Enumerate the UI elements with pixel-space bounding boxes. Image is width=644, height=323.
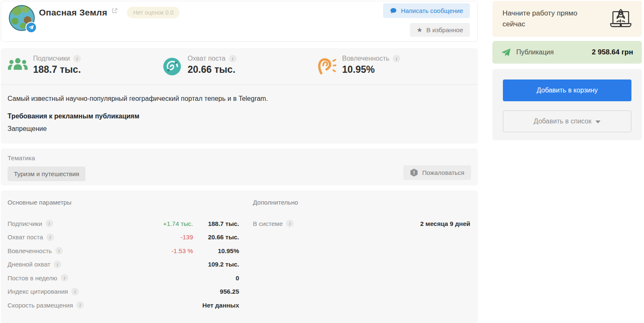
stat-value: 10.95% — [342, 64, 400, 75]
subscribers-icon — [8, 55, 28, 85]
param-label-row: Индекс цитированияi — [8, 288, 79, 295]
telegram-badge-icon — [26, 22, 37, 33]
info-icon[interactable]: i — [229, 55, 237, 62]
param-label: В системе — [253, 220, 283, 227]
ad-requirements-title: Требования к рекламным публикациям — [8, 113, 471, 120]
param-label: Дневной охват — [8, 261, 50, 268]
param-row-subscribers: Подписчикиi +1.74 тыс. 188.7 тыс. — [8, 217, 239, 231]
param-value: 0 — [193, 274, 239, 282]
rocket-laptop-icon — [609, 7, 633, 31]
add-to-cart-button[interactable]: Добавить в корзину — [503, 79, 631, 101]
param-label-row: Постов в неделюi — [8, 274, 68, 282]
promo-text: Начните работу прямо сейчас — [502, 8, 590, 30]
report-button[interactable]: ! Пожаловаться — [403, 165, 471, 180]
param-label-row: Скорость размещенияi — [8, 301, 84, 309]
param-row-posting-speed: Скорость размещенияi Нет данных — [8, 298, 239, 312]
page: Опасная Земля Нет оценок 0.0 Написать со… — [0, 0, 644, 323]
info-icon[interactable]: i — [76, 301, 84, 309]
param-delta: -1.53 % — [171, 247, 193, 254]
report-exclamation-icon: ! — [410, 169, 418, 177]
write-message-button[interactable]: Написать сообщение — [383, 3, 470, 18]
param-value: 2 месяца 9 дней — [420, 220, 470, 227]
stats-row: Подписчики i 188.7 тыс. — [1, 48, 478, 85]
publication-label: Публикация — [516, 49, 554, 56]
info-icon[interactable]: i — [71, 288, 79, 295]
param-row-daily-reach: Дневной охватi 109.2 тыс. — [8, 258, 239, 272]
stat-value: 188.7 тыс. — [33, 64, 81, 75]
channel-header-card: Опасная Земля Нет оценок 0.0 Написать со… — [1, 1, 478, 42]
title-row: Опасная Земля Нет оценок 0.0 — [39, 7, 180, 18]
write-message-label: Написать сообщение — [401, 7, 463, 14]
param-value: 188.7 тыс. — [193, 220, 239, 227]
stat-label: Охват поста — [188, 55, 226, 62]
topic-tag[interactable]: Туризм и путешествия — [8, 167, 85, 181]
info-icon[interactable]: i — [54, 261, 61, 268]
promo-card: Начните работу прямо сейчас — [492, 1, 642, 37]
extra-parameters-title: Дополнительно — [253, 199, 470, 206]
stat-label-row: Подписчики i — [33, 55, 81, 62]
param-row-citation-index: Индекс цитированияi 956.25 — [8, 285, 239, 299]
main-column: Опасная Земля Нет оценок 0.0 Написать со… — [1, 1, 478, 323]
info-icon[interactable]: i — [55, 247, 63, 254]
info-icon[interactable]: i — [393, 55, 400, 62]
param-row-post-reach: Охват постаi -139 20.66 тыс. — [8, 231, 239, 244]
info-icon[interactable]: i — [73, 55, 81, 62]
stat-text: Подписчики i 188.7 тыс. — [33, 55, 81, 85]
rating-badge: Нет оценок 0.0 — [127, 7, 180, 18]
stats-description-card: Подписчики i 188.7 тыс. — [1, 48, 478, 144]
engagement-icon — [317, 55, 337, 85]
paper-plane-icon — [501, 48, 511, 57]
channel-avatar — [9, 5, 36, 32]
chevron-down-icon — [595, 120, 600, 123]
info-icon[interactable]: i — [286, 220, 294, 227]
star-icon: ★ — [417, 27, 422, 33]
info-icon[interactable]: i — [61, 274, 68, 282]
favorite-label: В избранное — [426, 26, 463, 33]
param-label-row: Подписчикиi — [8, 220, 53, 227]
param-label: Подписчики — [8, 220, 42, 227]
publication-price-row: Публикация 2 958.64 грн — [492, 41, 642, 64]
info-icon[interactable]: i — [46, 233, 54, 241]
stat-label: Подписчики — [33, 55, 70, 62]
main-parameters-title: Основные параметры — [8, 199, 239, 206]
topic-section-label: Тематика — [8, 154, 471, 162]
param-label: Постов в неделю — [8, 274, 57, 282]
param-delta: +1.74 тыс. — [163, 220, 193, 227]
stat-value: 20.66 тыс. — [188, 64, 237, 75]
chat-bubble-icon — [390, 7, 397, 14]
param-label: Вовлеченность — [8, 247, 52, 254]
stat-label: Вовлеченность — [342, 55, 389, 62]
param-value: 956.25 — [193, 288, 239, 295]
stat-label-row: Вовлеченность i — [342, 55, 400, 62]
param-label: Индекс цитирования — [8, 288, 68, 295]
stat-label-row: Охват поста i — [188, 55, 237, 62]
param-label: Охват поста — [8, 233, 43, 241]
stat-engagement: Вовлеченность i 10.95% — [317, 55, 471, 85]
stat-subscribers: Подписчики i 188.7 тыс. — [8, 55, 162, 85]
param-label-row: В системеi — [253, 220, 294, 227]
purchase-sidebar: Начните работу прямо сейчас Публикация — [492, 1, 642, 323]
param-label-row: Вовлеченностьi — [8, 247, 63, 254]
description-text: Самый известный научно-популярный геогра… — [8, 95, 471, 103]
favorite-button[interactable]: ★ В избранное — [410, 23, 470, 37]
param-label-row: Охват постаi — [8, 233, 54, 241]
add-to-list-label: Добавить в список — [534, 118, 592, 125]
param-value: 20.66 тыс. — [193, 233, 239, 241]
header-actions: Написать сообщение ★ В избранное — [383, 3, 470, 37]
param-delta: -139 — [180, 233, 193, 241]
param-row-posts-per-week: Постов в неделюi 0 — [8, 271, 239, 285]
param-row-engagement: Вовлеченностьi -1.53 % 10.95% — [8, 244, 239, 258]
parameters-card: Основные параметры Подписчикиi +1.74 тыс… — [1, 190, 478, 323]
param-value: 109.2 тыс. — [193, 261, 239, 268]
ad-requirements-value: Запрещение — [8, 125, 471, 133]
param-label-row: Дневной охватi — [8, 261, 61, 268]
add-to-list-dropdown[interactable]: Добавить в список — [503, 110, 631, 132]
external-link-icon[interactable] — [111, 8, 118, 15]
param-row-in-system: В системеi 2 месяца 9 дней — [253, 217, 470, 231]
info-icon[interactable]: i — [46, 220, 53, 227]
stat-post-reach: Охват поста i 20.66 тыс. — [162, 55, 317, 85]
param-value: Нет данных — [193, 302, 239, 309]
param-label: Скорость размещения — [8, 302, 73, 309]
report-label: Пожаловаться — [422, 169, 464, 176]
extra-parameters-column: Дополнительно В системеi 2 месяца 9 дней — [253, 199, 470, 312]
